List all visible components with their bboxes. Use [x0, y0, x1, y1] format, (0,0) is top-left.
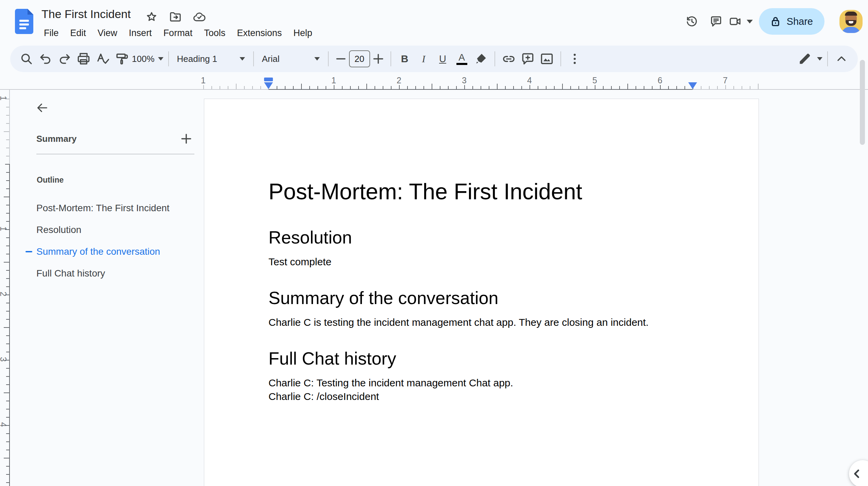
join-call-button[interactable] [728, 15, 753, 28]
insert-link-button[interactable] [500, 49, 518, 68]
document-body[interactable]: Post-Mortem: The First Incident Resoluti… [268, 99, 718, 403]
text-color-button[interactable]: A [453, 49, 471, 68]
hide-menus-button[interactable] [833, 49, 850, 68]
ruler-tick [6, 246, 9, 246]
ruler-tick [497, 84, 498, 89]
ruler-tick [538, 86, 538, 89]
menu-item-edit[interactable]: Edit [65, 26, 92, 40]
add-summary-button[interactable] [177, 130, 195, 148]
undo-icon [38, 51, 53, 66]
menu-item-view[interactable]: View [92, 26, 123, 40]
active-outline-dash [25, 251, 32, 252]
toolbar-divider [253, 51, 254, 66]
paint-format-button[interactable] [113, 49, 131, 68]
redo-button[interactable] [56, 49, 73, 68]
outline-item[interactable]: Post-Mortem: The First Incident [36, 197, 201, 219]
toolbar-divider [390, 51, 391, 66]
ruler-tick [521, 86, 522, 89]
vertical-scrollbar-thumb[interactable] [860, 60, 865, 145]
outline-item-label: Post-Mortem: The First Incident [36, 203, 170, 214]
underline-button[interactable]: U [434, 49, 452, 68]
zoom-select[interactable]: 100% [132, 49, 163, 68]
add-comment-button[interactable] [519, 49, 537, 68]
ruler-tick [350, 86, 351, 89]
ruler-tick [252, 86, 253, 89]
ruler-tick [6, 376, 9, 377]
menu-item-help[interactable]: Help [288, 26, 318, 40]
chevron-down-icon [158, 57, 163, 61]
close-outline-button[interactable] [31, 97, 53, 119]
summary-heading: Summary [36, 134, 77, 144]
italic-button[interactable]: I [415, 49, 433, 68]
doc-heading-2[interactable]: Full Chat history [268, 348, 718, 369]
doc-heading-2[interactable]: Resolution [268, 227, 718, 248]
paragraph-style-value: Heading 1 [177, 54, 218, 64]
ruler-tick [725, 85, 726, 89]
ruler-tick [228, 86, 228, 89]
decrease-font-size-button[interactable] [333, 49, 348, 68]
toolbar-divider [560, 51, 561, 66]
insert-image-button[interactable] [538, 49, 556, 68]
outline-item[interactable]: Summary of the conversation [36, 241, 201, 263]
ruler-tick [375, 86, 375, 89]
minus-icon [333, 51, 348, 66]
ruler-tick [4, 131, 9, 132]
document-page[interactable]: Post-Mortem: The First Incident Resoluti… [204, 99, 759, 486]
paragraph-style-select[interactable]: Heading 1 [174, 49, 248, 68]
share-button[interactable]: Share [759, 8, 824, 35]
ruler-tick [6, 123, 9, 124]
font-family-select[interactable]: Arial [259, 49, 323, 68]
outline-item[interactable]: Full Chat history [36, 263, 201, 284]
comments-button[interactable] [704, 9, 728, 34]
show-side-panel-button[interactable] [849, 460, 868, 486]
ruler-tick [4, 458, 9, 458]
font-family-value: Arial [262, 54, 280, 64]
menu-item-file[interactable]: File [38, 26, 65, 40]
ruler-tick [6, 213, 9, 214]
print-button[interactable] [75, 49, 92, 68]
ruler-tick [546, 86, 546, 89]
move-to-folder-button[interactable] [168, 10, 183, 24]
document-status-button[interactable] [192, 10, 207, 24]
search-menus-button[interactable] [18, 49, 35, 68]
doc-paragraph[interactable]: Charlie C is testing the incident manage… [268, 316, 718, 329]
insert-image-icon [539, 51, 554, 66]
doc-paragraph[interactable]: Charlie C: Testing the incident manageme… [268, 376, 718, 403]
ruler-tick [6, 433, 9, 434]
ruler-tick [6, 352, 9, 352]
document-title[interactable]: The First Incident [41, 7, 131, 21]
doc-heading-1[interactable]: Post-Mortem: The First Incident [268, 179, 718, 204]
underline-icon: U [439, 53, 446, 65]
bold-button[interactable]: B [396, 49, 414, 68]
increase-font-size-button[interactable] [371, 49, 386, 68]
undo-button[interactable] [37, 49, 54, 68]
more-options-button[interactable] [566, 49, 584, 68]
menu-item-insert[interactable]: Insert [123, 26, 158, 40]
chevron-down-icon [240, 57, 245, 61]
version-history-button[interactable] [679, 9, 704, 34]
ruler-tick [423, 86, 424, 89]
vertical-ruler[interactable]: 11234 [0, 90, 10, 486]
ruler-tick [717, 86, 718, 89]
ruler-tick [750, 86, 750, 89]
google-docs-logo-icon[interactable] [15, 9, 33, 34]
menu-item-format[interactable]: Format [158, 26, 198, 40]
highlight-color-button[interactable] [472, 49, 490, 68]
ruler-tick [358, 86, 359, 89]
outline-item[interactable]: Resolution [36, 219, 201, 241]
first-line-indent-marker[interactable] [264, 78, 273, 81]
account-avatar[interactable] [839, 10, 863, 33]
menu-item-tools[interactable]: Tools [198, 26, 231, 40]
horizontal-ruler[interactable]: 11234567 [0, 76, 868, 90]
ruler-tick [758, 84, 759, 89]
editing-mode-select[interactable] [797, 49, 822, 68]
bold-icon: B [401, 53, 409, 65]
star-button[interactable] [144, 10, 159, 24]
doc-heading-2[interactable]: Summary of the conversation [268, 288, 718, 308]
spelling-check-button[interactable] [94, 49, 111, 68]
font-size-input[interactable]: 20 [349, 50, 370, 67]
menu-item-extensions[interactable]: Extensions [231, 26, 288, 40]
ruler-tick [733, 86, 734, 89]
doc-paragraph[interactable]: Test complete [268, 255, 718, 269]
ruler-tick [742, 86, 742, 89]
